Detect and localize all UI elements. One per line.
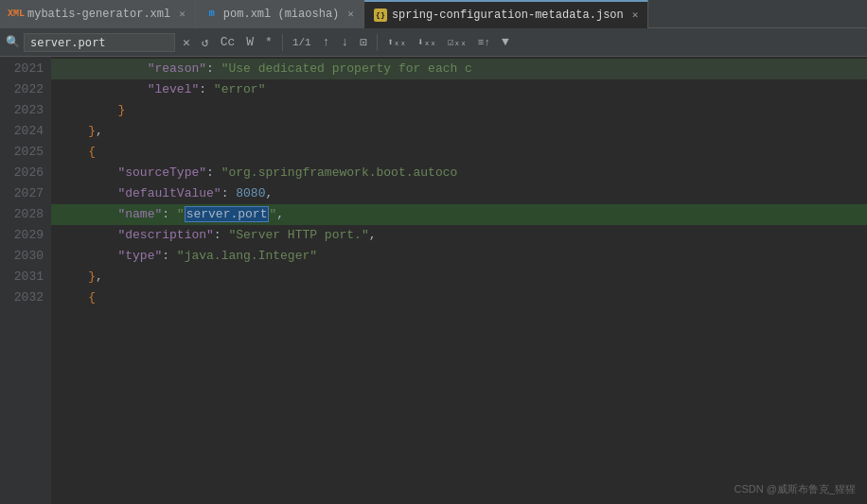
token-str: "java.lang.Integer": [177, 246, 317, 267]
token-plain: [59, 246, 117, 267]
tab-spring[interactable]: {} spring-configuration-metadata.json ✕: [364, 0, 648, 28]
xml-icon: XML: [9, 8, 23, 21]
clear-search-button[interactable]: ✕: [179, 33, 194, 52]
token-key: "name": [117, 204, 162, 225]
tab-spring-close[interactable]: ✕: [632, 9, 639, 21]
filter-button[interactable]: ▼: [498, 33, 513, 51]
line-number: 2031: [8, 267, 44, 287]
prev-match-button[interactable]: ↑: [319, 33, 334, 51]
token-key: "defaultValue": [117, 183, 221, 204]
token-plain: ,: [265, 183, 273, 204]
line-number: 2030: [8, 246, 44, 267]
code-line: "description": "Server HTTP port.",: [51, 225, 867, 246]
match-count: 1/1: [289, 37, 315, 48]
code-line: "sourceType": "org.springframework.boot.…: [51, 163, 867, 183]
token-plain: :: [214, 225, 229, 246]
match-case-button[interactable]: Cc: [217, 33, 239, 51]
token-plain: [59, 225, 117, 246]
t1-button[interactable]: ⬆ₓₓ: [383, 34, 410, 50]
expand-button[interactable]: ⊡: [356, 33, 371, 52]
code-line: "type": "java.lang.Integer": [51, 246, 867, 267]
regex-button[interactable]: *: [261, 33, 276, 51]
token-brace: }: [88, 267, 96, 287]
token-plain: :: [199, 79, 214, 100]
token-plain: ,: [369, 225, 377, 246]
search-input[interactable]: [24, 33, 175, 52]
line-number: 2025: [8, 142, 44, 163]
token-plain: :: [221, 183, 237, 204]
tab-mybatis-label: mybatis-generator.xml: [27, 8, 170, 21]
line-number: 2022: [8, 79, 44, 100]
line-number: 2032: [8, 287, 44, 308]
whole-word-button[interactable]: W: [242, 33, 257, 51]
revert-button[interactable]: ↺: [198, 33, 213, 52]
search-match-highlight: server.port: [185, 206, 270, 222]
token-plain: ,: [276, 204, 284, 225]
tab-pom-close[interactable]: ✕: [347, 8, 354, 20]
token-brace: {: [88, 142, 96, 163]
next-match-button[interactable]: ↓: [338, 33, 353, 51]
code-line: "reason": "Use dedicated property for ea…: [51, 59, 867, 79]
t2-button[interactable]: ⬇ₓₓ: [414, 34, 440, 50]
m-icon: m: [205, 8, 219, 21]
token-plain: [59, 59, 148, 79]
app-window: XML mybatis-generator.xml ✕ m pom.xml (m…: [0, 0, 867, 504]
code-line: "defaultValue": 8080,: [51, 183, 867, 204]
search-bar: 🔍 ✕ ↺ Cc W * 1/1 ↑ ↓ ⊡ ⬆ₓₓ ⬇ₓₓ ☑ₓₓ ≡↑ ▼: [0, 28, 867, 57]
tab-pom[interactable]: m pom.xml (miaosha) ✕: [196, 0, 364, 28]
t4-button[interactable]: ≡↑: [474, 35, 494, 50]
token-str: "Use dedicated property for each c: [221, 59, 472, 79]
token-plain: [59, 267, 88, 287]
t3-button[interactable]: ☑ₓₓ: [444, 34, 470, 50]
search-icon: 🔍: [6, 35, 20, 49]
line-number: 2023: [8, 100, 44, 121]
token-str: "Server HTTP port.": [228, 225, 368, 246]
line-number: 2028: [8, 204, 44, 225]
token-plain: [59, 204, 117, 225]
token-key: "level": [148, 79, 200, 100]
token-str: "error": [214, 79, 266, 100]
token-brace: }: [88, 121, 96, 142]
token-plain: [59, 79, 148, 100]
line-number: 2024: [8, 121, 44, 142]
line-numbers: 2021202220232024202520262027202820292030…: [0, 57, 51, 504]
tab-spring-label: spring-configuration-metadata.json: [392, 9, 624, 22]
token-plain: ,: [96, 267, 103, 287]
token-plain: ,: [96, 121, 103, 142]
tab-bar: XML mybatis-generator.xml ✕ m pom.xml (m…: [0, 0, 867, 28]
token-key: "description": [117, 225, 213, 246]
code-line: {: [51, 142, 867, 163]
line-number: 2026: [8, 163, 44, 183]
json-icon: {}: [374, 9, 387, 22]
token-plain: :: [206, 59, 221, 79]
line-number: 2021: [8, 59, 44, 79]
token-plain: [59, 287, 88, 308]
code-line: "level": "error": [51, 79, 867, 100]
token-key: "reason": [148, 59, 206, 79]
tab-mybatis-close[interactable]: ✕: [179, 8, 186, 20]
token-brace: {: [88, 287, 96, 308]
code-area: 2021202220232024202520262027202820292030…: [0, 57, 867, 504]
token-str_match: "server.port": [177, 204, 276, 225]
code-line: {: [51, 287, 867, 308]
tab-mybatis[interactable]: XML mybatis-generator.xml ✕: [0, 0, 196, 28]
divider-2: [377, 34, 378, 51]
divider-1: [282, 34, 283, 51]
code-line: },: [51, 121, 867, 142]
token-num: 8080: [236, 183, 265, 204]
token-str: "org.springframework.boot.autoco: [221, 163, 458, 183]
token-plain: [59, 163, 117, 183]
token-key: "type": [117, 246, 162, 267]
code-line: "name": "server.port",: [51, 204, 867, 225]
watermark: CSDN @威斯布鲁克_猩猩: [734, 482, 856, 496]
token-plain: :: [162, 246, 177, 267]
line-number: 2029: [8, 225, 44, 246]
token-plain: [59, 100, 117, 121]
code-content: "reason": "Use dedicated property for ea…: [51, 57, 867, 504]
tab-pom-label: pom.xml (miaosha): [223, 8, 339, 21]
token-plain: :: [206, 163, 221, 183]
code-line: }: [51, 100, 867, 121]
token-plain: [59, 183, 117, 204]
line-number: 2027: [8, 183, 44, 204]
code-line: },: [51, 267, 867, 287]
